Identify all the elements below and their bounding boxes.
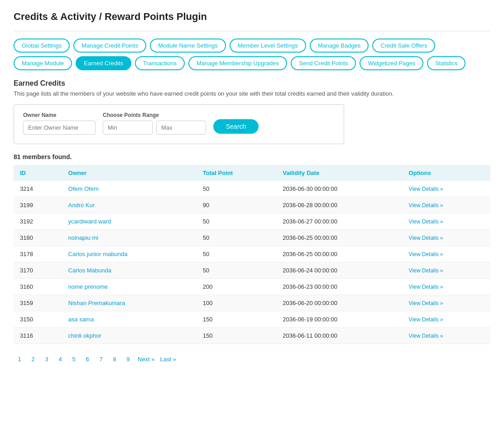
owner-label: Owner Name [23, 112, 96, 118]
cell-owner[interactable]: Carlos Mabunda [62, 262, 197, 279]
table-row: 3170Carlos Mabunda502036-06-24 00:00:00V… [14, 262, 490, 279]
cell-validity-date: 2036-06-27 00:00:00 [276, 213, 402, 230]
last-page[interactable]: Last » [158, 353, 178, 365]
cell-options[interactable]: View Details » [403, 181, 490, 197]
range-label: Choose Points Range [103, 112, 206, 118]
owner-link[interactable]: ycardiward ward [68, 218, 111, 225]
view-details-link[interactable]: View Details » [409, 251, 443, 257]
cell-options[interactable]: View Details » [403, 328, 490, 344]
cell-validity-date: 2036-06-25 00:00:00 [276, 230, 402, 246]
search-button[interactable]: Search [213, 119, 259, 134]
cell-owner[interactable]: nome prenome [62, 279, 197, 295]
cell-total-point: 50 [197, 246, 276, 262]
owner-link[interactable]: Nishan Premakumara [68, 300, 125, 306]
cell-options[interactable]: View Details » [403, 246, 490, 262]
page-6[interactable]: 6 [82, 353, 93, 365]
page-4[interactable]: 4 [54, 353, 66, 365]
table-row: 3160nome prenome2002036-06-23 00:00:00Vi… [14, 279, 490, 295]
view-details-link[interactable]: View Details » [409, 300, 443, 306]
cell-options[interactable]: View Details » [403, 213, 490, 230]
view-details-link[interactable]: View Details » [409, 316, 443, 323]
cell-validity-date: 2036-06-24 00:00:00 [276, 262, 402, 279]
view-details-link[interactable]: View Details » [409, 333, 443, 339]
nav-btn-widgetized-pages[interactable]: Widgetized Pages [360, 56, 423, 70]
cell-owner[interactable]: Andro Kur [62, 197, 197, 213]
points-range-field: Choose Points Range [103, 112, 206, 135]
search-box: Owner Name Choose Points Range Search [14, 104, 344, 144]
table-row: 3150asa sama1502036-06-19 00:00:00View D… [14, 311, 490, 328]
nav-btn-statstics[interactable]: Statstics [427, 56, 466, 70]
nav-btn-global-settings[interactable]: Global Settings [14, 39, 70, 53]
nav-btn-module-name-settings[interactable]: Module Name Settings [150, 39, 226, 53]
cell-validity-date: 2036-06-30 00:00:00 [276, 181, 402, 197]
cell-id: 3199 [14, 197, 62, 213]
view-details-link[interactable]: View Details » [409, 186, 443, 192]
owner-input[interactable] [23, 121, 96, 135]
cell-id: 3160 [14, 279, 62, 295]
cell-total-point: 100 [197, 295, 276, 311]
owner-link[interactable]: nome prenome [68, 283, 108, 290]
nav-btn-manage-module[interactable]: Manage Module [14, 56, 72, 70]
page-1[interactable]: 1 [14, 353, 25, 365]
cell-total-point: 90 [197, 197, 276, 213]
page-3[interactable]: 3 [41, 353, 53, 365]
page-2[interactable]: 2 [27, 353, 39, 365]
min-input[interactable] [103, 121, 153, 135]
nav-btn-member-level-settings[interactable]: Member Level Settings [230, 39, 306, 53]
table-header: IDOwnerTotal PointVailidity DateOptions [14, 165, 490, 181]
page-5[interactable]: 5 [68, 353, 80, 365]
cell-owner[interactable]: Nishan Premakumara [62, 295, 197, 311]
cell-owner[interactable]: Ofem Ofem [62, 181, 197, 197]
owner-link[interactable]: Andro Kur [68, 202, 95, 209]
max-input[interactable] [156, 121, 206, 135]
cell-options[interactable]: View Details » [403, 230, 490, 246]
cell-options[interactable]: View Details » [403, 197, 490, 213]
page-8[interactable]: 8 [109, 353, 120, 365]
page-title: Credits & Activity / Reward Points Plugi… [14, 11, 490, 23]
cell-owner[interactable]: asa sama [62, 311, 197, 328]
owner-link[interactable]: chinli okphor [68, 332, 101, 339]
cell-id: 3159 [14, 295, 62, 311]
nav-btn-manage-membership-upgrades[interactable]: Manage Membership Upgrades [188, 56, 287, 70]
section-title: Earned Credits [14, 79, 490, 87]
nav-btn-earned-credits[interactable]: Earned Credits [76, 56, 131, 70]
cell-total-point: 150 [197, 311, 276, 328]
cell-options[interactable]: View Details » [403, 295, 490, 311]
owner-link[interactable]: Carlos Mabunda [68, 267, 111, 274]
nav-btn-manage-badges[interactable]: Manage Badges [310, 39, 369, 53]
view-details-link[interactable]: View Details » [409, 218, 443, 225]
next-page[interactable]: Next » [136, 353, 157, 365]
table-row: 3116chinli okphor1502036-06-11 00:00:00V… [14, 328, 490, 344]
nav-btn-transactions[interactable]: Transactions [135, 56, 185, 70]
table-row: 3214Ofem Ofem502036-06-30 00:00:00View D… [14, 181, 490, 197]
view-details-link[interactable]: View Details » [409, 235, 443, 241]
cell-owner[interactable]: chinli okphor [62, 328, 197, 344]
page-9[interactable]: 9 [122, 353, 134, 365]
cell-owner[interactable]: noinapiu mi [62, 230, 197, 246]
cell-options[interactable]: View Details » [403, 279, 490, 295]
nav-btn-send-credit-points[interactable]: Send Credit Points [291, 56, 356, 70]
table-row: 3180noinapiu mi502036-06-25 00:00:00View… [14, 230, 490, 246]
cell-owner[interactable]: Carlos junior mabunda [62, 246, 197, 262]
owner-link[interactable]: noinapiu mi [68, 234, 99, 241]
cell-validity-date: 2036-06-25 00:00:00 [276, 246, 402, 262]
owner-field: Owner Name [23, 112, 96, 135]
cell-id: 3116 [14, 328, 62, 344]
cell-id: 3180 [14, 230, 62, 246]
owner-link[interactable]: Ofem Ofem [68, 185, 99, 192]
cell-options[interactable]: View Details » [403, 311, 490, 328]
view-details-link[interactable]: View Details » [409, 267, 443, 274]
table-body: 3214Ofem Ofem502036-06-30 00:00:00View D… [14, 181, 490, 344]
owner-link[interactable]: asa sama [68, 316, 94, 323]
view-details-link[interactable]: View Details » [409, 202, 443, 209]
nav-btn-credit-sale-offers[interactable]: Credit Sale Offers [372, 39, 435, 53]
cell-id: 3178 [14, 246, 62, 262]
view-details-link[interactable]: View Details » [409, 284, 443, 290]
table-header-owner: Owner [62, 165, 197, 181]
page-7[interactable]: 7 [95, 353, 107, 365]
page-wrapper: Credits & Activity / Reward Points Plugi… [0, 0, 504, 422]
owner-link[interactable]: Carlos junior mabunda [68, 251, 128, 257]
cell-owner[interactable]: ycardiward ward [62, 213, 197, 230]
nav-btn-manage-credit-points[interactable]: Manage Credit Points [73, 39, 146, 53]
cell-options[interactable]: View Details » [403, 262, 490, 279]
